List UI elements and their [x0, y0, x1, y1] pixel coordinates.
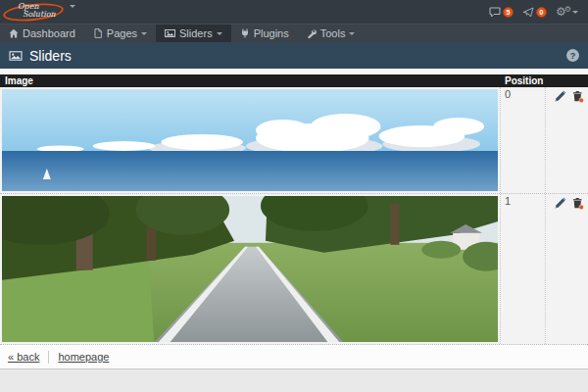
nav-item-pages[interactable]: Pages — [84, 24, 156, 42]
nav-label: Dashboard — [23, 27, 75, 39]
image-icon — [165, 28, 175, 38]
content-area: Image Position — [0, 69, 588, 369]
pencil-icon — [555, 90, 566, 102]
sea-sky-photo — [2, 89, 498, 191]
pencil-icon — [555, 197, 566, 209]
nav-label: Plugins — [254, 27, 289, 39]
comment-icon — [489, 7, 501, 18]
help-icon[interactable]: ? — [566, 49, 579, 62]
slider-image-country-road — [0, 194, 500, 344]
position-value: 0 — [500, 87, 545, 193]
table-row: 1 — [0, 194, 588, 345]
trash-icon — [571, 197, 584, 210]
nav-item-tools[interactable]: Tools — [298, 24, 365, 42]
image-icon — [9, 50, 23, 62]
top-bar: Open Solution 5 0 ⚙ ⚙ — [0, 0, 588, 24]
footer-bar: « back homepage — [0, 345, 588, 369]
page-header: Sliders ? — [0, 42, 588, 69]
caret-down-icon — [217, 32, 222, 35]
settings-caret-down-icon — [572, 11, 578, 14]
nav-item-plugins[interactable]: Plugins — [231, 24, 298, 42]
settings-menu-button[interactable]: ⚙ ⚙ — [556, 6, 578, 18]
messages-count-badge: 5 — [503, 7, 514, 18]
delete-button[interactable] — [571, 197, 584, 210]
nav-item-sliders[interactable]: Sliders — [156, 24, 231, 42]
position-value: 1 — [500, 194, 545, 344]
gear-small-icon: ⚙ — [564, 6, 571, 14]
plug-icon — [240, 28, 250, 38]
nav-label: Sliders — [179, 27, 213, 39]
delete-button[interactable] — [571, 90, 584, 103]
notifications-count-badge: 0 — [536, 7, 547, 18]
trash-icon — [571, 90, 584, 103]
home-icon — [9, 28, 19, 38]
divider — [48, 351, 49, 364]
logo-line2: Solution — [23, 11, 65, 19]
nav-label: Pages — [107, 27, 137, 39]
logo-caret-down-icon[interactable] — [70, 5, 75, 8]
country-road-photo — [2, 196, 498, 342]
edit-button[interactable] — [555, 90, 566, 102]
opensolution-logo[interactable]: Open Solution — [6, 0, 65, 24]
page-icon — [93, 28, 103, 38]
notifications-button[interactable]: 0 — [522, 7, 547, 18]
table-header-row: Image Position — [0, 74, 588, 87]
nav-label: Tools — [320, 27, 346, 39]
table-row: 0 — [0, 87, 588, 194]
slider-image-sea-sky — [0, 87, 500, 193]
messages-button[interactable]: 5 — [489, 7, 514, 18]
paper-plane-icon — [522, 7, 534, 18]
nav-item-dashboard[interactable]: Dashboard — [0, 24, 84, 42]
edit-button[interactable] — [555, 197, 566, 209]
column-header-image: Image — [0, 75, 500, 86]
row-actions — [545, 194, 588, 344]
caret-down-icon — [141, 32, 147, 35]
page-title: Sliders — [29, 48, 72, 64]
logo-text: Open Solution — [6, 0, 65, 19]
caret-down-icon — [349, 32, 355, 35]
homepage-link[interactable]: homepage — [58, 351, 109, 363]
back-link[interactable]: « back — [8, 351, 39, 363]
main-nav: Dashboard Pages Sliders Plugins Tools — [0, 24, 588, 42]
row-actions — [545, 87, 588, 193]
wrench-icon — [307, 28, 317, 38]
column-header-position: Position — [500, 75, 545, 86]
